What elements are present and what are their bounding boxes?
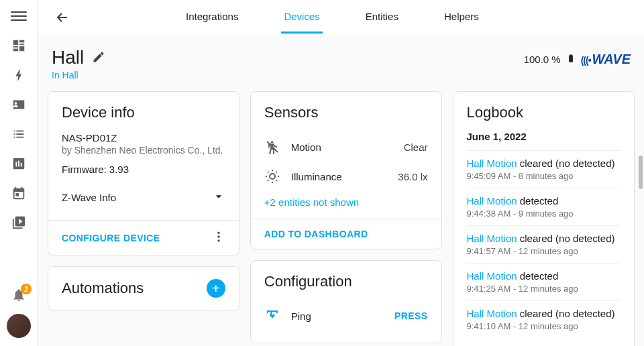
- logbook-time: 9:41:25 AM - 12 minutes ago: [467, 284, 621, 294]
- svg-rect-1: [19, 40, 24, 43]
- svg-point-7: [217, 235, 219, 237]
- logbook-heading: Logbook: [467, 104, 621, 121]
- svg-point-6: [217, 232, 219, 234]
- logbook-entity-link[interactable]: Hall Motion: [467, 233, 517, 244]
- tab-helpers[interactable]: Helpers: [441, 1, 482, 34]
- ping-press-button[interactable]: PRESS: [394, 310, 427, 321]
- configure-device-button[interactable]: CONFIGURE DEVICE: [62, 233, 160, 243]
- svg-point-8: [217, 239, 219, 241]
- add-automation-button[interactable]: +: [207, 279, 225, 298]
- logbook-entry: Hall Motion detected9:44:38 AM - 9 minut…: [467, 188, 621, 225]
- calendar-icon[interactable]: [11, 185, 27, 201]
- device-menu-icon[interactable]: [212, 230, 225, 245]
- motion-icon: [264, 139, 280, 155]
- back-button[interactable]: [52, 7, 73, 28]
- device-model: NAS-PD01Z: [62, 132, 225, 143]
- edit-icon[interactable]: [92, 50, 105, 66]
- dashboard-icon[interactable]: [11, 38, 27, 54]
- config-row-ping: Ping PRESS: [264, 301, 428, 331]
- device-firmware: Firmware: 3.93: [62, 164, 225, 175]
- add-to-dashboard-button[interactable]: ADD TO DASHBOARD: [264, 229, 368, 239]
- automations-heading: Automations: [62, 280, 144, 297]
- svg-point-10: [270, 174, 275, 179]
- tab-entities[interactable]: Entities: [363, 1, 401, 34]
- logbook-entity-link[interactable]: Hall Motion: [467, 270, 517, 282]
- location-link[interactable]: In Hall: [52, 70, 105, 80]
- automations-card: Automations +: [48, 266, 239, 310]
- media-icon[interactable]: [11, 215, 27, 231]
- logbook-entity-link[interactable]: Hall Motion: [467, 195, 517, 207]
- device-info-card: Device info NAS-PD01Z by Shenzhen Neo El…: [48, 91, 239, 255]
- brightness-icon: [264, 168, 280, 184]
- topbar: Integrations Devices Entities Helpers: [38, 0, 644, 35]
- svg-rect-0: [13, 40, 18, 45]
- notifications-button[interactable]: 2: [11, 288, 26, 304]
- svg-rect-4: [19, 46, 24, 51]
- sensors-card: Sensors Motion Clear Illuminance 36.0 lx…: [250, 91, 442, 249]
- tab-devices[interactable]: Devices: [281, 1, 322, 34]
- sensor-row-illuminance[interactable]: Illuminance 36.0 lx: [264, 162, 428, 191]
- logbook-entity-link[interactable]: Hall Motion: [467, 158, 517, 169]
- configuration-heading: Configuration: [264, 273, 428, 290]
- logbook-card: Logbook June 1, 2022 Hall Motion cleared…: [453, 91, 635, 346]
- logbook-entity-link[interactable]: Hall Motion: [467, 308, 517, 319]
- gesture-icon: [264, 308, 280, 324]
- logbook-time: 9:41:10 AM - 12 minutes ago: [467, 321, 621, 331]
- user-avatar[interactable]: [7, 314, 31, 338]
- tab-integrations[interactable]: Integrations: [183, 1, 241, 34]
- logbook-entry: Hall Motion cleared (no detected)9:41:57…: [467, 225, 621, 263]
- battery-text: 100.0 %: [524, 54, 561, 65]
- zwave-info-expander[interactable]: Z-Wave Info: [62, 186, 225, 209]
- list-icon[interactable]: [11, 126, 27, 142]
- more-entities-link[interactable]: +2 entities not shown: [264, 196, 359, 208]
- hamburger-menu[interactable]: [11, 8, 27, 24]
- configuration-card: Configuration Ping PRESS: [250, 260, 442, 343]
- energy-icon[interactable]: [11, 67, 27, 83]
- logbook-time: 9:44:38 AM - 9 minutes ago: [467, 209, 621, 219]
- sensors-heading: Sensors: [264, 104, 428, 121]
- chevron-down-icon: [212, 190, 225, 205]
- sensor-row-motion[interactable]: Motion Clear: [264, 132, 428, 162]
- logbook-time: 9:45:09 AM - 8 minutes ago: [467, 171, 621, 181]
- logbook-entry: Hall Motion cleared (no detected)9:45:09…: [467, 150, 621, 188]
- logbook-time: 9:41:57 AM - 12 minutes ago: [467, 246, 621, 256]
- logbook-date: June 1, 2022: [467, 131, 621, 142]
- chart-icon[interactable]: [11, 156, 27, 172]
- notification-badge: 2: [21, 284, 32, 294]
- device-info-heading: Device info: [62, 104, 225, 121]
- logbook-entry: Hall Motion detected9:41:25 AM - 12 minu…: [467, 263, 621, 300]
- svg-rect-2: [19, 44, 24, 45]
- scrollbar-thumb[interactable]: [639, 156, 643, 189]
- svg-rect-3: [13, 46, 18, 48]
- svg-rect-5: [13, 49, 18, 52]
- battery-icon: [566, 51, 576, 68]
- person-icon[interactable]: [11, 97, 27, 113]
- logbook-entry: Hall Motion cleared (no detected)9:41:10…: [467, 300, 621, 338]
- device-manufacturer: by Shenzhen Neo Electronics Co., Ltd.: [62, 145, 225, 156]
- zwave-logo: WAVE: [581, 52, 631, 67]
- device-name: Hall: [52, 47, 84, 68]
- sidebar: 2: [0, 0, 38, 346]
